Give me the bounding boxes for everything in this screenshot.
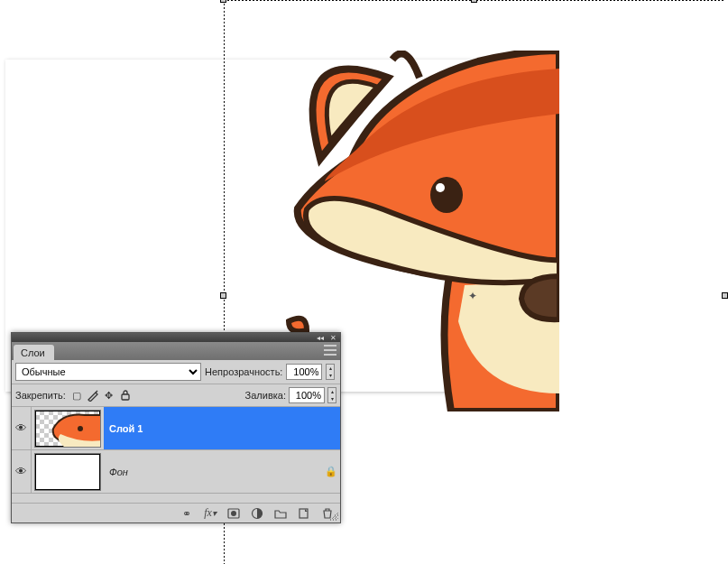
layers-list: 👁 Слой 1 👁 Фон 🔒 [12, 407, 340, 503]
svg-rect-2 [122, 394, 129, 400]
group-icon[interactable] [273, 506, 288, 521]
mask-icon[interactable] [226, 506, 241, 521]
lock-label: Закрепить: [15, 390, 66, 401]
layer-name[interactable]: Фон [104, 450, 322, 493]
layers-panel: ◂◂ ✕ Слои Обычные Непрозрачность: ▴▾ Зак… [11, 332, 341, 523]
eye-icon: 👁 [15, 465, 27, 478]
adjustment-icon[interactable] [250, 506, 264, 521]
svg-point-1 [436, 183, 445, 192]
lock-all-icon[interactable] [119, 389, 132, 402]
blend-opacity-row: Обычные Непрозрачность: ▴▾ [12, 360, 340, 384]
opacity-label: Непрозрачность: [205, 366, 282, 377]
svg-point-3 [78, 426, 83, 431]
blend-mode-select[interactable]: Обычные [15, 363, 201, 381]
visibility-toggle[interactable]: 👁 [12, 407, 32, 449]
panel-close-icon[interactable]: ✕ [330, 334, 336, 342]
svg-point-5 [231, 511, 236, 516]
panel-title-bar[interactable]: ◂◂ ✕ [12, 333, 340, 342]
lock-fill-row: Закрепить: ▢ ✥ Заливка: ▴▾ [12, 384, 340, 407]
layer-lock-icon: 🔒 [322, 466, 340, 477]
panel-collapse-icon[interactable]: ◂◂ [317, 334, 324, 342]
svg-point-0 [430, 177, 463, 213]
transform-handle-mid-right[interactable] [722, 292, 728, 299]
opacity-stepper[interactable]: ▴▾ [326, 364, 335, 380]
eye-icon: 👁 [15, 421, 27, 435]
fill-stepper[interactable]: ▴▾ [327, 387, 336, 403]
transform-handle-top-left[interactable] [220, 0, 226, 3]
transform-handle-top-mid[interactable] [471, 0, 477, 3]
panel-tabs: Слои [12, 342, 340, 360]
svg-rect-7 [299, 509, 308, 518]
panel-menu-icon[interactable] [324, 345, 336, 356]
layer-thumbnail[interactable] [34, 410, 101, 448]
fill-input[interactable] [289, 387, 325, 403]
visibility-toggle[interactable]: 👁 [12, 450, 32, 493]
layer-row[interactable]: 👁 Фон 🔒 [12, 450, 340, 494]
fill-label: Заливка: [245, 390, 286, 401]
link-icon[interactable]: ⚭ [180, 506, 194, 521]
opacity-input[interactable] [286, 364, 322, 380]
layer-thumbnail[interactable] [34, 453, 101, 491]
lock-position-icon[interactable]: ✥ [103, 389, 115, 402]
tab-layers[interactable]: Слои [14, 345, 54, 360]
new-layer-icon[interactable] [297, 506, 311, 521]
lock-pixels-icon[interactable] [87, 389, 99, 402]
fx-icon[interactable]: fx▾ [203, 506, 217, 521]
panel-footer: ⚭ fx▾ [12, 503, 340, 522]
panel-resize-grip[interactable] [329, 512, 338, 521]
lock-transparency-icon[interactable]: ▢ [70, 389, 83, 402]
layer-name[interactable]: Слой 1 [104, 407, 340, 449]
layer-row[interactable]: 👁 Слой 1 [12, 407, 340, 450]
